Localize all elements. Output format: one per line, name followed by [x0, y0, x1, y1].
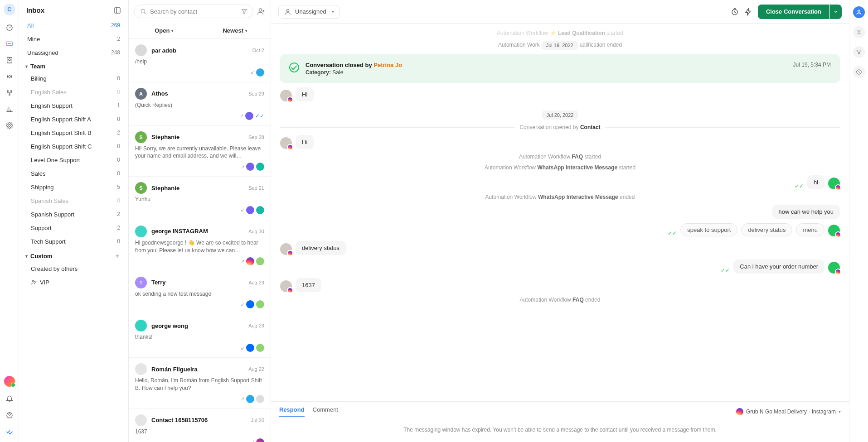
close-conversation-button[interactable]: Close Conversation — [758, 5, 829, 19]
system-line: Automation Workflow FAQ started — [280, 154, 840, 160]
assignee-selector[interactable]: Unassigned ▾ — [278, 5, 340, 19]
contact-details-icon[interactable] — [853, 6, 865, 18]
team-item[interactable]: English Support1 — [28, 99, 123, 112]
team-item[interactable]: Support2 — [28, 221, 123, 235]
dashboard-icon[interactable] — [5, 24, 14, 32]
instagram-badge-icon — [287, 144, 293, 150]
contact-avatar — [280, 243, 292, 255]
contact-name: Terry — [151, 279, 244, 286]
tab-newest[interactable]: Newest▾ — [200, 23, 271, 38]
closed-title: Conversation closed by Petrina Jo — [305, 62, 402, 68]
activity-icon[interactable] — [853, 46, 865, 58]
right-rail — [849, 0, 868, 442]
custom-item[interactable]: Created by others — [28, 262, 123, 275]
search-input-wrapper[interactable] — [134, 5, 253, 18]
svg-point-5 — [7, 91, 8, 92]
conversation-item[interactable]: Contact 1658115706Jul 201637↙ — [129, 409, 271, 442]
merge-icon[interactable] — [853, 26, 865, 38]
timer-icon[interactable] — [731, 8, 739, 16]
chevron-down-icon: ▾ — [171, 29, 174, 33]
contact-avatar: T — [135, 277, 147, 288]
custom-section-header[interactable]: ▾ Custom ＋ — [24, 248, 123, 262]
conversation-item[interactable]: george INSTAGRAMAug 30Hi goodnewsgeorge … — [129, 220, 271, 271]
team-item[interactable]: Billing0 — [28, 72, 123, 85]
team-item[interactable]: Spanish Sales0 — [28, 194, 123, 207]
team-item[interactable]: English Sales0 — [28, 85, 123, 99]
user-icon — [284, 8, 291, 15]
messenger-badge-icon — [246, 300, 254, 308]
workspace-avatar[interactable]: C — [4, 4, 15, 15]
check-circle-icon — [289, 62, 299, 72]
instagram-badge-icon — [835, 184, 841, 191]
conversation-item[interactable]: SStephanieSep 21Yuhhu↙ — [129, 177, 271, 220]
contact-avatar: S — [135, 182, 147, 194]
custom-item[interactable]: VIP — [28, 275, 123, 289]
contacts-nav-icon[interactable] — [5, 56, 14, 64]
tab-open[interactable]: Open▾ — [129, 23, 200, 38]
conversation-item[interactable]: george wongAug 23thanks!↙ — [129, 314, 271, 358]
inbox-layout-icon[interactable] — [114, 7, 121, 14]
inbox-filter-mine[interactable]: Mine2 — [24, 32, 123, 46]
team-item[interactable]: English Support Shift B2 — [28, 126, 123, 139]
current-user-avatar[interactable] — [4, 376, 15, 387]
inbox-filter-all[interactable]: All269 — [24, 19, 123, 32]
broadcast-nav-icon[interactable] — [5, 72, 14, 81]
message-row: ✓✓ hi — [280, 175, 840, 189]
conversation-item[interactable]: Román FilgueiraAug 22Hello, Román, I'm R… — [129, 358, 271, 409]
svg-point-11 — [33, 280, 34, 282]
conversation-item[interactable]: SStephanieSep 28Hi! Sorry, we are curren… — [129, 126, 271, 177]
conversation-item[interactable]: AAthosSep 29(Quick Replies)↗✓✓ — [129, 82, 271, 126]
workflow-nav-icon[interactable] — [5, 89, 14, 97]
mark-all-done-icon[interactable] — [5, 428, 14, 436]
notifications-icon[interactable] — [5, 395, 14, 403]
instagram-badge-icon — [287, 287, 293, 293]
reports-nav-icon[interactable] — [5, 105, 14, 113]
svg-point-7 — [9, 94, 10, 96]
bolt-icon[interactable] — [744, 8, 752, 16]
quick-replies-row: ✓✓ speak to supportdelivery statusmenu — [280, 223, 840, 236]
chevron-down-icon: ▾ — [245, 29, 247, 33]
closed-category: Category: Sale — [305, 69, 402, 76]
settings-nav-icon[interactable] — [5, 121, 14, 130]
help-icon[interactable] — [5, 411, 14, 419]
quick-reply-option[interactable]: menu — [796, 223, 824, 236]
team-item[interactable]: Shipping5 — [28, 180, 123, 194]
direction-arrow-icon: ↗ — [241, 259, 244, 264]
history-icon[interactable] — [853, 66, 865, 78]
team-section-header[interactable]: ▾ Team — [24, 59, 123, 72]
team-item[interactable]: Level One Support0 — [28, 153, 123, 167]
conversation-item[interactable]: TTerryAug 23ok sending a new test messag… — [129, 271, 271, 315]
svg-point-15 — [286, 9, 289, 11]
conversation-date: Aug 23 — [248, 323, 264, 328]
message-row: Hi — [280, 87, 840, 101]
system-line: Automation Workflow ⚡ Lead Qualification… — [280, 30, 840, 36]
team-item[interactable]: English Support Shift A0 — [28, 112, 123, 126]
filter-icon[interactable] — [241, 8, 247, 14]
direction-arrow-icon: ↗ — [240, 113, 243, 118]
conversation-main: Unassigned ▾ Close Conversation Automati… — [271, 0, 849, 442]
quick-reply-option[interactable]: speak to support — [680, 223, 737, 236]
close-conversation-dropdown[interactable] — [830, 5, 842, 19]
team-item[interactable]: Tech Support0 — [28, 235, 123, 248]
channel-selector[interactable]: Grub N Go Meal Delivery - Instagram ▾ — [736, 406, 841, 417]
team-item[interactable]: Sales0 — [28, 167, 123, 180]
conversation-date: Aug 30 — [248, 229, 264, 234]
contact-avatar — [280, 90, 292, 101]
team-item[interactable]: English Support Shift C0 — [28, 139, 123, 153]
quick-reply-option[interactable]: delivery status — [741, 223, 792, 236]
conversation-item[interactable]: par adobOct 2/help↙ — [129, 39, 271, 82]
inbox-filter-unassigned[interactable]: Unassigned248 — [24, 46, 123, 59]
message-row: how can we help you — [280, 205, 840, 219]
add-custom-icon[interactable]: ＋ — [114, 252, 120, 260]
tab-comment[interactable]: Comment — [313, 406, 338, 417]
add-contact-icon[interactable] — [257, 7, 265, 15]
bot-avatar — [828, 178, 840, 189]
inbox-nav-icon[interactable] — [5, 40, 14, 48]
bot-avatar — [828, 262, 840, 274]
chevron-down-icon: ▾ — [25, 254, 28, 259]
viber-badge-icon — [246, 163, 254, 171]
team-item[interactable]: Spanish Support2 — [28, 207, 123, 221]
instagram-badge-icon — [835, 231, 841, 238]
search-input[interactable] — [150, 8, 238, 15]
tab-respond[interactable]: Respond — [279, 406, 305, 417]
